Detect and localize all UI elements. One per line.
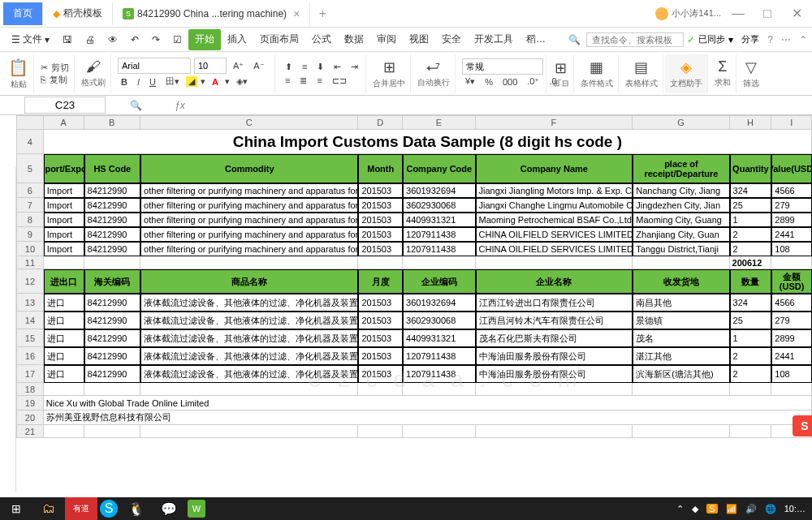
col-header-cn-6[interactable]: 收发货地 [633,269,729,294]
bold-button[interactable]: B [118,75,131,88]
minimize-button[interactable]: — [726,2,750,25]
data-cell[interactable]: 201503 [358,183,403,198]
cell[interactable] [84,256,141,269]
menu-review[interactable]: 审阅 [370,29,403,50]
data-cell[interactable]: 84212990 [84,198,141,213]
filter-icon[interactable]: ▽ [745,58,757,76]
underline-button[interactable]: U [146,75,159,88]
align-left[interactable]: ≡ [282,74,293,87]
data-cell[interactable]: 201503 [358,329,403,347]
data-cell[interactable]: other filtering or purifying machinery a… [140,213,358,227]
menu-print[interactable]: 🖨 [79,29,102,50]
align-top[interactable]: ⬆ [282,60,296,74]
tab-template[interactable]: ◆ 稻壳模板 [43,2,113,25]
row-header-17[interactable]: 17 [16,365,44,383]
data-cell[interactable]: 茂名 [633,329,729,347]
data-cell[interactable]: 84212990 [84,213,141,227]
explorer-button[interactable]: 🗂 [32,497,65,520]
col-header-en-1[interactable]: HS Code [84,154,141,183]
col-header-C[interactable]: C [140,115,358,130]
align-right[interactable]: ≡ [313,74,325,87]
tab-document[interactable]: S 84212990 China ...tering machine) × [113,2,310,25]
col-header-cn-2[interactable]: 商品名称 [140,269,358,294]
col-header-E[interactable]: E [403,115,475,130]
data-cell[interactable]: 201503 [358,294,403,312]
data-cell[interactable]: 2 [730,227,772,242]
col-header-en-0[interactable]: Import/Export [44,154,84,183]
data-cell[interactable]: 1207911438 [403,242,475,256]
menu-layout[interactable]: 页面布局 [253,29,305,50]
data-cell[interactable]: CHINA OILFIELD SERVICES LIMITED [476,242,633,256]
col-header-A[interactable]: A [44,115,84,130]
data-cell[interactable]: 324 [730,294,772,312]
col-header-H[interactable]: H [730,115,772,130]
data-cell[interactable]: 进口 [44,312,84,329]
data-cell[interactable]: Import [44,227,84,242]
tray-app1[interactable]: ◆ [692,504,698,514]
menu-data[interactable]: 数据 [338,29,370,50]
menu-insert[interactable]: 插入 [221,29,253,50]
system-tray[interactable]: ⌃ ◆ S 📶 🔊 🌐 10:… [676,504,812,514]
menu-dev[interactable]: 开发工具 [468,29,520,50]
cell[interactable] [84,425,141,438]
data-cell[interactable]: 201503 [358,312,403,329]
col-header-cn-1[interactable]: 海关编码 [84,269,141,294]
app-skype[interactable]: S [100,500,118,518]
cell[interactable] [633,383,729,396]
col-header-D[interactable]: D [358,115,403,130]
data-cell[interactable]: 液体截流过滤设备、其他液体的过滤、净化机器及装置 [140,312,358,329]
data-cell[interactable]: 南昌其他 [633,294,729,312]
data-cell[interactable]: 进口 [44,347,84,365]
cell[interactable] [476,425,633,438]
col-header-F[interactable]: F [476,115,633,130]
collapse-icon[interactable]: ⌃ [799,34,807,45]
data-cell[interactable]: other filtering or purifying machinery a… [140,242,358,256]
data-cell[interactable]: Nanchang City, Jiang [633,183,729,198]
row-header-8[interactable]: 8 [16,213,44,227]
row-header-12[interactable]: 12 [16,269,44,294]
data-cell[interactable]: Jiangxi Changhe Lingmu Automobile C [476,198,633,213]
data-cell[interactable]: 液体截流过滤设备、其他液体的过滤、净化机器及装置 [140,347,358,365]
indent-l[interactable]: ⇤ [330,60,344,74]
tab-add[interactable]: + [310,6,335,21]
col-header-cn-4[interactable]: 企业编码 [403,269,475,294]
data-cell[interactable]: 201503 [358,365,403,383]
col-header-cn-3[interactable]: 月度 [358,269,403,294]
cell[interactable] [140,383,358,396]
number-format[interactable] [462,58,543,75]
data-cell[interactable]: 液体截流过滤设备、其他液体的过滤、净化机器及装置 [140,365,358,383]
data-cell[interactable]: 1207911438 [403,347,475,365]
row-header-4[interactable]: 4 [16,130,44,154]
percent[interactable]: % [482,75,496,88]
data-cell[interactable]: 液体截流过滤设备、其他液体的过滤、净化机器及装置 [140,294,358,312]
row-header-11[interactable]: 11 [16,256,44,269]
data-cell[interactable]: Maoming City, Guang [633,213,729,227]
data-cell[interactable]: 江西昌河铃木汽车有限责任公司 [476,312,633,329]
data-cell[interactable]: 4409931321 [403,213,475,227]
cell[interactable] [476,383,633,396]
data-cell[interactable]: 279 [771,198,812,213]
tab-home[interactable]: 首页 [3,2,43,25]
size-select[interactable] [194,58,227,74]
data-cell[interactable]: Jiangxi Jiangling Motors Imp. & Exp. C [476,183,633,198]
data-cell[interactable]: 中海油田服务股份有限公司 [476,347,633,365]
data-cell[interactable]: 25 [730,198,772,213]
dec-font[interactable]: A⁻ [250,59,267,73]
doc-assist-icon[interactable]: ◈ [680,58,692,76]
data-cell[interactable]: 324 [730,183,772,198]
sync-label[interactable]: 已同步 [698,33,725,45]
data-cell[interactable]: 84212990 [84,347,141,365]
col-header-I[interactable]: I [771,115,812,130]
data-cell[interactable]: other filtering or purifying machinery a… [140,227,358,242]
data-cell[interactable]: 茂名石化巴斯夫有限公司 [476,329,633,347]
cell[interactable] [44,383,84,396]
fx-icon[interactable]: ƒx [175,100,185,111]
data-cell[interactable]: Maoming Petrochemical BSAF Co.,Ltd [476,213,633,227]
row-header-14[interactable]: 14 [16,312,44,329]
data-cell[interactable]: 2441 [771,227,812,242]
data-cell[interactable]: 84212990 [84,294,141,312]
app-wechat[interactable]: 💬 [153,497,185,520]
italic-button[interactable]: I [134,75,143,88]
cell[interactable] [403,256,475,269]
col-header-en-7[interactable]: Quantity [730,154,772,183]
